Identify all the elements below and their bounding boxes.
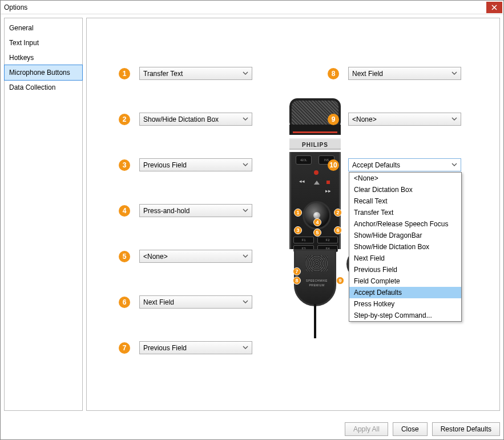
button-1-value: Transfer Text bbox=[143, 70, 183, 78]
assignment-row-1: 1Transfer Text bbox=[119, 67, 252, 80]
dropdown-option[interactable]: Previous Field bbox=[349, 264, 461, 275]
assignment-row-3: 3Previous Field bbox=[119, 158, 252, 171]
badge-9: 9 bbox=[328, 114, 339, 125]
dropdown-option[interactable]: Transfer Text bbox=[349, 207, 461, 218]
chevron-down-icon bbox=[243, 162, 248, 167]
chevron-down-icon bbox=[243, 253, 248, 259]
button-6-value: Next Field bbox=[143, 298, 174, 306]
button-2-value: Show/Hide Dictation Box bbox=[143, 115, 219, 123]
button-10-dropdown: <None>Clear Dictation BoxRecall TextTran… bbox=[349, 172, 462, 322]
button-6-combo[interactable]: Next Field bbox=[139, 295, 252, 309]
dropdown-option[interactable]: Accept Defaults bbox=[349, 287, 461, 298]
content-panel: PHILIPS •EOL INS ◂◂ ▸▸ F1 F2 F3 F4 bbox=[86, 18, 500, 411]
titlebar: Options bbox=[1, 1, 503, 14]
assignment-row-7: 7Previous Field bbox=[119, 341, 252, 354]
sidebar-item-general[interactable]: General bbox=[5, 21, 82, 35]
badge-10: 10 bbox=[328, 159, 339, 171]
chevron-down-icon bbox=[243, 116, 248, 122]
button-8-combo[interactable]: Next Field bbox=[348, 67, 461, 80]
button-3-value: Previous Field bbox=[143, 161, 187, 169]
sidebar-item-hotkeys[interactable]: Hotkeys bbox=[5, 50, 82, 65]
assignment-row-4: 4Press-and-hold bbox=[119, 204, 252, 217]
assignment-row-6: 6Next Field bbox=[119, 295, 252, 309]
button-5-combo[interactable]: <None> bbox=[139, 250, 252, 263]
button-10-value: Accept Defaults bbox=[352, 161, 400, 169]
sidebar-item-text-input[interactable]: Text Input bbox=[5, 35, 82, 50]
footer-buttons: Apply All Close Restore Defaults bbox=[345, 422, 500, 436]
button-2-combo[interactable]: Show/Hide Dictation Box bbox=[139, 113, 252, 126]
button-10-combo[interactable]: Accept Defaults<None>Clear Dictation Box… bbox=[348, 158, 461, 171]
badge-8: 8 bbox=[328, 68, 339, 79]
close-button[interactable]: Close bbox=[393, 422, 428, 436]
button-7-combo[interactable]: Previous Field bbox=[139, 341, 252, 354]
chevron-down-icon bbox=[451, 116, 457, 122]
close-icon[interactable] bbox=[486, 2, 502, 13]
badge-3: 3 bbox=[119, 159, 130, 171]
assignment-row-8: 8Next Field bbox=[328, 67, 461, 80]
button-9-combo[interactable]: <None> bbox=[348, 113, 461, 126]
button-4-combo[interactable]: Press-and-hold bbox=[139, 204, 252, 217]
badge-2: 2 bbox=[119, 114, 130, 125]
button-3-combo[interactable]: Previous Field bbox=[139, 158, 252, 171]
sidebar-item-data-collection[interactable]: Data Collection bbox=[5, 80, 82, 95]
badge-6: 6 bbox=[119, 297, 130, 308]
chevron-down-icon bbox=[243, 207, 248, 213]
dropdown-option[interactable]: <None> bbox=[349, 173, 461, 184]
assignment-row-10: 10Accept Defaults<None>Clear Dictation B… bbox=[328, 158, 461, 171]
mic-brand: PHILIPS bbox=[289, 138, 341, 150]
button-5-value: <None> bbox=[143, 253, 168, 261]
assignment-row-5: 5<None> bbox=[119, 250, 252, 263]
dropdown-option[interactable]: Field Complete bbox=[349, 275, 461, 287]
badge-1: 1 bbox=[119, 68, 130, 79]
button-9-value: <None> bbox=[352, 115, 377, 123]
chevron-down-icon bbox=[243, 299, 248, 305]
button-8-value: Next Field bbox=[352, 70, 383, 78]
chevron-down-icon bbox=[451, 70, 457, 76]
dropdown-option[interactable]: Clear Dictation Box bbox=[349, 184, 461, 195]
button-4-value: Press-and-hold bbox=[143, 207, 189, 215]
badge-5: 5 bbox=[119, 251, 130, 262]
apply-all-button[interactable]: Apply All bbox=[345, 422, 388, 436]
badge-4: 4 bbox=[119, 205, 130, 217]
restore-defaults-button[interactable]: Restore Defaults bbox=[432, 422, 500, 436]
assignment-row-2: 2Show/Hide Dictation Box bbox=[119, 113, 252, 126]
sidebar: GeneralText InputHotkeysMicrophone Butto… bbox=[4, 18, 83, 411]
chevron-down-icon bbox=[243, 70, 248, 76]
button-1-combo[interactable]: Transfer Text bbox=[139, 67, 252, 80]
sidebar-item-microphone-buttons[interactable]: Microphone Buttons bbox=[4, 65, 83, 81]
chevron-down-icon bbox=[243, 345, 248, 350]
dropdown-option[interactable]: Anchor/Release Speech Focus bbox=[349, 218, 461, 230]
assignment-row-9: 9<None> bbox=[328, 113, 461, 126]
dropdown-option[interactable]: Show/Hide DragonBar bbox=[349, 230, 461, 241]
button-7-value: Previous Field bbox=[143, 344, 187, 352]
chevron-down-icon bbox=[451, 162, 457, 167]
main-area: GeneralText InputHotkeysMicrophone Butto… bbox=[1, 14, 503, 414]
badge-7: 7 bbox=[119, 342, 130, 354]
dropdown-option[interactable]: Show/Hide Dictation Box bbox=[349, 241, 461, 253]
dropdown-option[interactable]: Next Field bbox=[349, 253, 461, 264]
dropdown-option[interactable]: Step-by-step Command... bbox=[349, 310, 461, 321]
window-title: Options bbox=[4, 3, 486, 11]
dropdown-option[interactable]: Press Hotkey bbox=[349, 298, 461, 310]
dropdown-option[interactable]: Recall Text bbox=[349, 195, 461, 207]
